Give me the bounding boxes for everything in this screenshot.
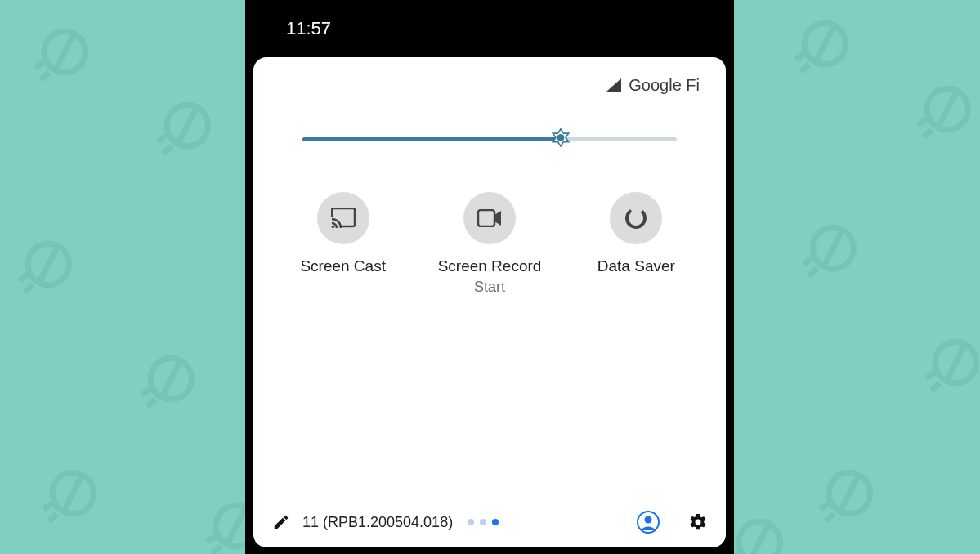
settings-button[interactable] <box>688 512 708 532</box>
svg-rect-78 <box>478 210 494 226</box>
svg-point-73 <box>557 134 565 141</box>
slider-thumb[interactable] <box>549 128 572 151</box>
svg-point-79 <box>624 206 648 230</box>
svg-line-14 <box>18 275 29 280</box>
brightness-slider[interactable] <box>253 101 726 150</box>
svg-point-81 <box>645 516 652 524</box>
tile-icon-circle <box>317 192 369 244</box>
svg-line-39 <box>922 130 933 137</box>
carrier-row: Google Fi <box>253 69 726 101</box>
svg-line-45 <box>808 269 819 276</box>
tile-label: Screen Record <box>438 257 542 275</box>
carrier-label: Google Fi <box>629 76 700 95</box>
svg-line-15 <box>23 285 34 293</box>
svg-line-62 <box>206 536 217 542</box>
tile-label: Screen Cast <box>300 257 386 275</box>
svg-line-63 <box>211 547 222 554</box>
footer-row: 11 (RPB1.200504.018) <box>253 502 726 547</box>
user-icon <box>637 511 660 534</box>
svg-line-50 <box>925 373 936 378</box>
data-saver-icon <box>624 206 648 230</box>
tile-screen-record[interactable]: Screen Record Start <box>416 192 562 296</box>
svg-line-51 <box>930 383 942 391</box>
tile-icon-circle <box>610 192 662 244</box>
svg-line-2 <box>34 62 45 68</box>
svg-line-38 <box>917 119 928 125</box>
svg-line-20 <box>141 389 151 395</box>
svg-line-56 <box>819 503 830 509</box>
tile-sublabel: Start <box>474 279 505 296</box>
tile-icon-circle <box>463 192 516 244</box>
tile-screen-cast[interactable]: Screen Cast <box>270 192 416 296</box>
status-time: 11:57 <box>286 18 331 39</box>
svg-line-9 <box>162 146 173 154</box>
svg-line-27 <box>47 514 59 521</box>
gear-icon <box>688 512 708 533</box>
svg-line-21 <box>145 400 157 407</box>
slider-track <box>302 137 677 141</box>
slider-fill <box>302 137 561 141</box>
svg-line-44 <box>803 258 813 264</box>
build-label[interactable]: 11 (RPB1.200504.018) <box>302 514 453 531</box>
svg-line-8 <box>157 136 168 141</box>
svg-line-3 <box>39 73 51 80</box>
brightness-icon <box>549 128 572 151</box>
cellular-signal-icon <box>606 78 622 92</box>
tile-data-saver[interactable]: Data Saver <box>563 192 709 296</box>
user-switcher-button[interactable] <box>636 510 660 534</box>
quick-settings-panel: Google Fi <box>253 57 726 547</box>
svg-line-26 <box>43 503 53 509</box>
cast-icon <box>331 208 356 229</box>
svg-line-33 <box>799 65 811 72</box>
pencil-icon <box>272 513 290 531</box>
tile-label: Data Saver <box>597 257 675 275</box>
video-icon <box>477 209 502 227</box>
phone-frame: 11:57 Google Fi <box>245 0 734 554</box>
page-indicator <box>468 519 499 525</box>
svg-line-57 <box>824 514 835 521</box>
svg-line-32 <box>794 54 805 60</box>
status-bar: 11:57 <box>245 0 734 57</box>
tiles-row: Screen Cast Screen Record Start <box>253 150 726 296</box>
edit-button[interactable] <box>271 512 291 532</box>
svg-point-77 <box>331 226 334 229</box>
